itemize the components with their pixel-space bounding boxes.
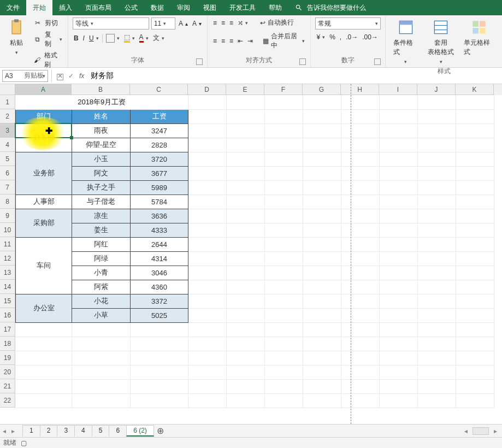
font-family-combo[interactable]: 等线▾ [73,17,149,30]
align-right-button[interactable]: ≡ [228,37,234,45]
cut-button[interactable]: ✂剪切 [32,17,63,28]
tab-开发工具[interactable]: 开发工具 [223,0,262,15]
column-headers[interactable]: ABCDEFGHIJK [15,84,502,95]
align-bottom-button[interactable]: ≡ [228,19,234,27]
col-header-F[interactable]: F [264,84,303,95]
accounting-format-button[interactable]: ¥▾ [315,33,326,42]
tab-帮助[interactable]: 帮助 [262,0,288,15]
row-header-11[interactable]: 11 [0,237,15,251]
data-cell[interactable]: 雨夜 [72,123,131,138]
col-header-A[interactable]: A [15,84,72,95]
font-size-combo[interactable]: 11▾ [151,17,175,30]
data-cell[interactable]: 阿紫 [72,280,131,294]
data-cell[interactable]: 阿红 [72,237,131,251]
data-cell[interactable]: 4314 [131,251,188,266]
table-header[interactable]: 工资 [131,109,188,123]
borders-button[interactable]: ▾ [105,33,121,43]
tab-插入[interactable]: 插入 [52,0,79,15]
row-header-5[interactable]: 5 [0,152,15,166]
data-cell[interactable]: 阿绿 [72,251,131,266]
row-header-9[interactable]: 9 [0,209,15,223]
align-left-button[interactable]: ≡ [212,37,218,45]
number-format-combo[interactable]: 常规▾ [315,17,381,30]
hscroll-track[interactable] [473,427,489,435]
data-cell[interactable]: 小玉 [72,152,131,166]
paste-button[interactable]: 粘贴 ▾ [4,17,28,56]
row-header-3[interactable]: 3 [0,123,15,138]
row-header-6[interactable]: 6 [0,166,15,180]
dialog-launcher-icon[interactable] [299,58,306,65]
merge-center-button[interactable]: ▦合并后居中▾ [262,31,306,51]
decrease-indent-button[interactable]: ⇤ [237,37,244,45]
hscroll-right[interactable]: ▸ [491,427,500,435]
dept-cell[interactable]: 财务部 [16,123,72,152]
tab-审阅[interactable]: 审阅 [170,0,197,15]
data-cell[interactable]: 3677 [131,166,188,180]
row-header-16[interactable]: 16 [0,308,15,322]
data-cell[interactable]: 阿文 [72,166,131,180]
data-cell[interactable]: 小青 [72,266,131,280]
data-cell[interactable]: 姜生 [72,223,131,237]
tab-nav-next[interactable]: ▸ [9,427,17,435]
orientation-button[interactable]: ⤮▾ [237,19,249,27]
increase-font-button[interactable]: A▴ [178,19,189,28]
tab-nav-prev[interactable]: ◂ [0,427,9,435]
dept-cell[interactable]: 车间 [16,237,72,294]
dialog-launcher-icon[interactable] [57,74,63,80]
data-cell[interactable]: 执子之手 [72,180,131,194]
data-cell[interactable]: 与子偕老 [72,194,131,209]
phonetic-button[interactable]: 文▾ [152,33,166,43]
tab-数据[interactable]: 数据 [144,0,170,15]
dept-cell[interactable]: 采购部 [16,209,72,237]
data-cell[interactable]: 4333 [131,223,188,237]
tab-视图[interactable]: 视图 [197,0,223,15]
tab-公式[interactable]: 公式 [118,0,144,15]
format-painter-button[interactable]: 🖌格式刷 [32,50,63,70]
dialog-launcher-icon[interactable] [374,58,381,65]
font-color-button[interactable]: A▾ [138,33,150,43]
col-header-H[interactable]: H [341,84,379,95]
row-header-13[interactable]: 13 [0,266,15,280]
row-header-18[interactable]: 18 [0,337,15,351]
decrease-font-button[interactable]: A▾ [191,19,203,28]
fill-color-button[interactable]: ⬚▾ [123,33,136,43]
row-header-8[interactable]: 8 [0,194,15,209]
hscroll-left[interactable]: ◂ [462,427,470,435]
data-cell[interactable]: 4360 [131,280,188,294]
table-header[interactable]: 部门 [16,109,72,123]
sheet-tab[interactable]: 2 [40,425,58,437]
worksheet-area[interactable]: ABCDEFGHIJK 1234567891011121314151617181… [0,84,502,424]
tab-开始[interactable]: 开始 [26,0,52,15]
decrease-decimal-button[interactable]: .00→ [361,33,379,42]
sheet-tab[interactable]: 5 [92,425,110,437]
col-header-B[interactable]: B [72,84,130,95]
sheet-tab[interactable]: 3 [57,425,75,437]
new-sheet-button[interactable]: ⊕ [154,426,167,436]
percent-format-button[interactable]: % [328,33,336,42]
sheet-tab[interactable]: 6 (2) [126,425,154,437]
col-header-C[interactable]: C [130,84,188,95]
wrap-text-button[interactable]: ↩自动换行 [259,17,295,28]
row-header-20[interactable]: 20 [0,365,15,379]
select-all-triangle[interactable] [0,84,15,95]
row-header-17[interactable]: 17 [0,322,15,337]
data-cell[interactable]: 仰望-星空 [72,138,131,152]
fx-icon[interactable]: fx [79,72,84,80]
row-header-12[interactable]: 12 [0,251,15,266]
col-header-E[interactable]: E [226,84,264,95]
dept-cell[interactable]: 办公室 [16,294,72,322]
data-cell[interactable]: 5784 [131,194,188,209]
align-middle-button[interactable]: ≡ [220,19,226,27]
data-cell[interactable]: 凉生 [72,209,131,223]
bold-button[interactable]: B [73,34,80,43]
sheet-tab[interactable]: 4 [74,425,92,437]
increase-indent-button[interactable]: ⇥ [246,37,254,45]
align-top-button[interactable]: ≡ [212,19,218,27]
macro-record-icon[interactable]: ▢ [21,439,27,447]
row-header-4[interactable]: 4 [0,138,15,152]
cell-style-button[interactable]: 单元格样式 [460,17,498,58]
data-cell[interactable]: 3046 [131,266,188,280]
row-headers[interactable]: 12345678910111213141516171819202122 [0,95,15,408]
data-cell[interactable]: 2644 [131,237,188,251]
conditional-format-button[interactable]: 条件格式▾ [390,17,421,66]
